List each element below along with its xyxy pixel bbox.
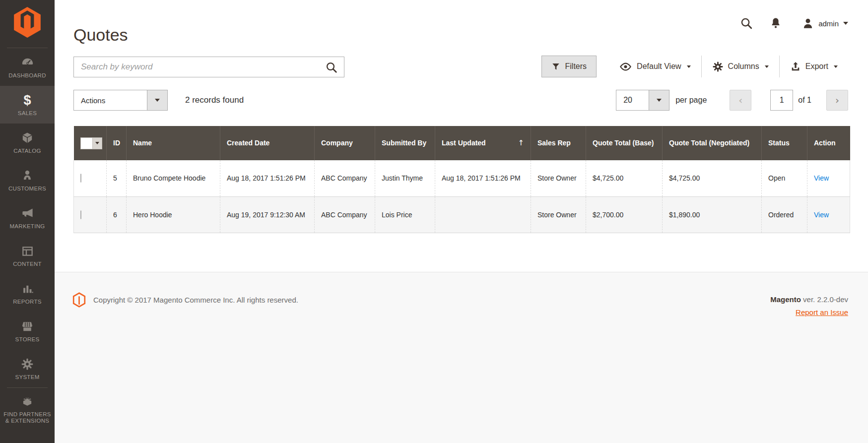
next-page-button[interactable]: ›: [826, 90, 848, 111]
previous-page-button[interactable]: ‹: [730, 90, 751, 111]
table-row: 6 Hero Hoodie Aug 19, 2017 9:12:30 AM AB…: [74, 196, 850, 233]
magento-footer-logo-icon: [72, 292, 86, 308]
row-checkbox[interactable]: [80, 210, 81, 219]
pagination: 20 per page ‹ of 1 ›: [616, 90, 848, 111]
sidebar-item-label: CUSTOMERS: [6, 186, 48, 192]
per-page-value: 20: [616, 90, 649, 110]
sidebar-item-stores[interactable]: STORES: [0, 312, 55, 350]
export-button[interactable]: Export: [779, 56, 848, 77]
columns-selector[interactable]: Columns: [701, 56, 779, 77]
filter-funnel-icon: [551, 62, 560, 71]
eye-icon: [619, 60, 632, 73]
sidebar-item-sales[interactable]: $ SALES: [0, 86, 55, 124]
column-header-action[interactable]: Action: [807, 126, 850, 160]
version-number: ver. 2.2.0-dev: [803, 295, 848, 304]
view-link[interactable]: View: [814, 211, 829, 219]
sidebar-item-customers[interactable]: CUSTOMERS: [0, 161, 55, 199]
cell-submitted-by: Lois Price: [375, 196, 435, 233]
report-issue-link[interactable]: Report an Issue: [796, 308, 848, 316]
grid-controls-row: Actions 2 records found 20 per page ‹ of…: [73, 90, 848, 111]
account-icon: [801, 17, 814, 30]
export-label: Export: [805, 62, 828, 71]
columns-label: Columns: [728, 62, 759, 71]
column-header-last-updated[interactable]: Last Updated ↑: [435, 126, 531, 160]
header-actions: admin: [740, 17, 848, 30]
cell-status: Ordered: [762, 196, 807, 233]
notifications-bell-icon[interactable]: [770, 17, 782, 30]
row-checkbox[interactable]: [80, 174, 81, 183]
cell-quote-total-negotiated: $1,890.00: [663, 196, 762, 233]
filters-button[interactable]: Filters: [541, 56, 597, 77]
export-icon: [790, 61, 801, 72]
view-selector[interactable]: Default View: [608, 56, 701, 77]
per-page-label: per page: [675, 96, 707, 105]
chevron-down-icon: [687, 65, 691, 68]
cell-id: 6: [107, 196, 127, 233]
system-icon: [21, 357, 34, 371]
gear-icon: [712, 61, 724, 72]
sidebar-item-dashboard[interactable]: DASHBOARD: [0, 48, 55, 86]
cell-quote-total-base: $4,725.00: [586, 160, 663, 196]
cell-last-updated: [435, 196, 531, 233]
column-header-name[interactable]: Name: [127, 126, 220, 160]
reports-icon: [21, 281, 34, 295]
column-header-status[interactable]: Status: [762, 126, 807, 160]
cell-company: ABC Company: [315, 160, 375, 196]
global-search-icon[interactable]: [740, 17, 753, 30]
grid-toolbar: Filters Default View Columns Export: [541, 56, 848, 77]
marketing-icon: [21, 206, 34, 220]
sidebar-item-system[interactable]: SYSTEM: [0, 350, 55, 387]
sidebar-item-label: SYSTEM: [13, 374, 41, 380]
find-partners-icon: [21, 394, 34, 408]
sidebar-item-content[interactable]: CONTENT: [0, 237, 55, 274]
cell-submitted-by: Justin Thyme: [375, 160, 435, 196]
magento-logo[interactable]: [0, 0, 55, 48]
view-link[interactable]: View: [814, 174, 829, 182]
sidebar-item-find-partners[interactable]: FIND PARTNERS & EXTENSIONS: [0, 388, 55, 430]
search-submit-icon[interactable]: [325, 61, 338, 74]
actions-select-value: Actions: [74, 90, 147, 110]
sidebar-item-label: REPORTS: [11, 299, 43, 305]
column-header-created-date[interactable]: Created Date: [220, 126, 315, 160]
sidebar-item-label: CONTENT: [11, 261, 44, 267]
column-header-company[interactable]: Company: [315, 126, 375, 160]
per-page-select[interactable]: 20: [616, 90, 669, 111]
sidebar-item-marketing[interactable]: MARKETING: [0, 199, 55, 237]
cell-id: 5: [107, 160, 127, 196]
sidebar-item-label: CATALOG: [11, 148, 43, 154]
dashboard-icon: [21, 55, 34, 69]
admin-account-menu[interactable]: admin: [801, 17, 848, 30]
cell-quote-total-negotiated: $4,725.00: [663, 160, 762, 196]
column-header-sales-rep[interactable]: Sales Rep: [531, 126, 586, 160]
sidebar-item-catalog[interactable]: CATALOG: [0, 124, 55, 161]
select-caret: [147, 90, 167, 110]
quotes-grid: ID Name Created Date Company Submitted B…: [73, 126, 850, 233]
admin-username: admin: [818, 19, 839, 28]
customers-icon: [21, 168, 33, 182]
sidebar-item-label: MARKETING: [7, 223, 47, 230]
sort-ascending-icon: ↑: [518, 138, 524, 148]
column-header-id[interactable]: ID: [107, 126, 127, 160]
column-header-quote-total-base[interactable]: Quote Total (Base): [586, 126, 663, 160]
view-label: Default View: [637, 62, 681, 71]
sales-icon: $: [23, 93, 31, 107]
records-found-text: 2 records found: [185, 95, 244, 105]
column-header-quote-total-negotiated[interactable]: Quote Total (Negotiated): [663, 126, 762, 160]
cell-status: Open: [762, 160, 807, 196]
select-all-header: [74, 126, 107, 160]
actions-select[interactable]: Actions: [73, 90, 168, 111]
current-page-input[interactable]: [770, 90, 793, 111]
search-input[interactable]: [74, 57, 344, 77]
keyword-search-field: [73, 57, 344, 77]
column-header-submitted-by[interactable]: Submitted By: [375, 126, 435, 160]
select-all-checkbox[interactable]: [80, 137, 102, 149]
select-options-caret[interactable]: [92, 138, 102, 149]
version-text: Magento ver. 2.2.0-dev: [770, 295, 848, 304]
chevron-down-icon: [834, 65, 838, 68]
sidebar-item-label: FIND PARTNERS & EXTENSIONS: [0, 411, 55, 424]
page-title: Quotes: [73, 25, 128, 45]
chevron-right-icon: ›: [835, 94, 839, 106]
page-total-label: of 1: [798, 96, 811, 105]
sidebar-item-reports[interactable]: REPORTS: [0, 274, 55, 312]
chevron-left-icon: ‹: [738, 94, 742, 106]
